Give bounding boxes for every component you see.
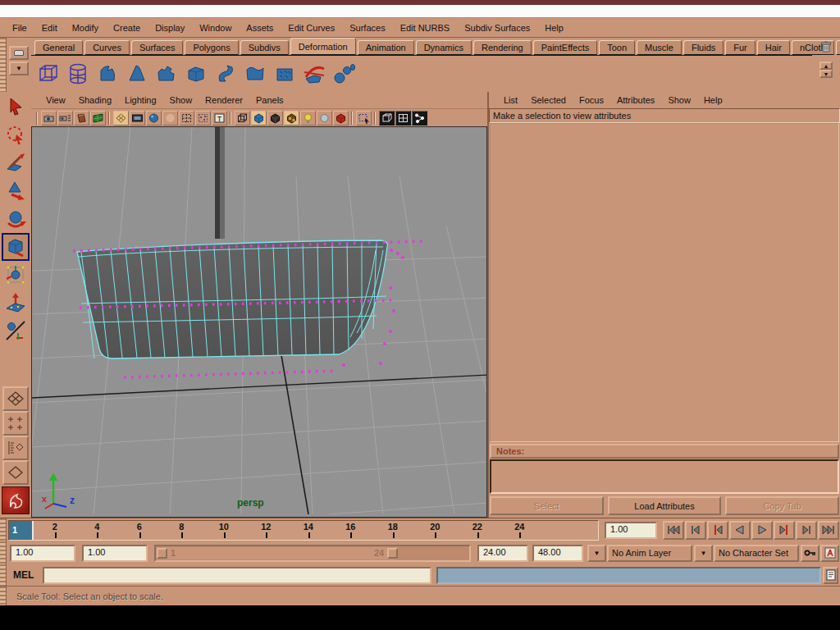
menu-item[interactable]: Modify (65, 21, 106, 35)
auto-keyframe-icon[interactable] (820, 545, 839, 562)
default-material-icon[interactable] (162, 111, 178, 126)
shelf-tab[interactable]: Rendering (473, 40, 532, 55)
soft-mod-tool[interactable] (2, 289, 30, 317)
set-key-icon[interactable] (801, 545, 819, 562)
playback-start-field[interactable]: 1.00 (82, 545, 148, 562)
viewport-menu-item[interactable]: Lighting (118, 94, 163, 107)
use-lights-icon[interactable] (300, 111, 316, 126)
texture-display-icon[interactable]: T (212, 111, 227, 126)
single-pane-layout[interactable] (2, 386, 29, 411)
wave-icon[interactable] (241, 60, 269, 88)
time-slider-strip[interactable]: 1 24681012141618202224 (8, 520, 599, 541)
time-tick[interactable]: 18 (372, 521, 414, 540)
bookmark-icon[interactable] (74, 111, 89, 126)
animation-start-field[interactable]: 1.00 (10, 545, 75, 562)
four-pane-layout[interactable] (2, 411, 29, 436)
single-persp-layout[interactable] (2, 460, 29, 485)
shelf-tab[interactable]: General (34, 40, 83, 55)
animation-end-field[interactable]: 48.00 (532, 545, 583, 562)
command-line-label[interactable]: MEL (7, 569, 43, 581)
flat-shade-icon[interactable] (267, 111, 283, 126)
show-manipulator-tool[interactable] (2, 317, 30, 345)
shelf-tab[interactable]: Muscle (637, 40, 682, 55)
current-time-field[interactable]: 1.00 (605, 522, 657, 539)
use-all-lights-icon[interactable] (333, 111, 349, 126)
shelf-grip[interactable] (0, 38, 7, 92)
attribute-editor-menu-item[interactable]: Focus (573, 94, 610, 107)
wireframe-mode-icon[interactable] (235, 111, 250, 126)
viewport-menu-item[interactable]: Renderer (199, 94, 249, 107)
time-slider-grip[interactable] (0, 518, 7, 541)
attribute-editor-button[interactable]: Copy Tab (725, 496, 839, 515)
shelf-tab[interactable]: PaintEffects (533, 40, 598, 55)
shelf-scroll-up-icon[interactable]: ▲ (819, 62, 833, 70)
menu-item[interactable]: File (5, 21, 34, 35)
step-forward-key-button[interactable] (774, 521, 795, 540)
attribute-editor-menu-item[interactable]: Attributes (610, 94, 661, 107)
shelf-tab[interactable]: Hair (757, 40, 790, 55)
shelf-tab-toggle-button[interactable] (9, 46, 29, 60)
time-tick[interactable]: 14 (287, 521, 330, 540)
grid-toggle-icon[interactable] (113, 111, 129, 126)
character-set-arrow-icon[interactable]: ▼ (694, 545, 713, 562)
attribute-editor-menu-item[interactable]: List (497, 94, 524, 107)
menu-item[interactable]: Edit (34, 21, 65, 35)
isolate-select-icon[interactable] (356, 111, 372, 126)
shaded-display-icon[interactable] (146, 111, 162, 126)
menu-item[interactable]: Edit Curves (281, 21, 342, 35)
scale-tool[interactable] (2, 233, 30, 261)
menu-item[interactable]: Subdiv Surfaces (457, 21, 537, 35)
viewport-menu-item[interactable]: View (39, 94, 72, 107)
time-tick[interactable]: 10 (203, 521, 245, 540)
shelf-tab[interactable]: Deformation (290, 38, 356, 55)
shelf-tab[interactable]: Fur (725, 40, 756, 55)
shelf-tab[interactable]: Curves (84, 40, 130, 55)
wireframe-on-shaded-icon[interactable] (179, 111, 194, 126)
time-tick[interactable]: 6 (118, 521, 161, 540)
help-line-grip[interactable] (0, 587, 7, 605)
time-tick[interactable]: 4 (76, 521, 119, 540)
time-tick[interactable]: 22 (456, 521, 499, 540)
attribute-editor-menu-item[interactable]: Selected (524, 94, 573, 107)
viewport-canvas[interactable]: x z persp (31, 126, 487, 518)
character-set-field[interactable]: No Character Set (714, 545, 799, 562)
step-back-key-button[interactable] (707, 521, 728, 540)
move-tool[interactable] (2, 177, 30, 205)
shelf-tab[interactable]: Dynamics (416, 40, 472, 55)
range-slider-bar[interactable]: 1 24 (157, 547, 398, 559)
shelf-tab[interactable]: Surfaces (131, 40, 183, 55)
shelf-tab[interactable]: Fluids (683, 40, 724, 55)
smooth-cube-icon[interactable] (182, 60, 210, 88)
high-quality-icon[interactable] (412, 111, 427, 126)
go-to-end-button[interactable] (818, 521, 839, 540)
anim-layer-field[interactable]: No Anim Layer (607, 545, 692, 562)
image-plane-icon[interactable] (90, 111, 106, 126)
outliner-persp-layout[interactable] (2, 436, 29, 460)
lattice-icon[interactable] (34, 60, 62, 88)
lattice-cylinder-icon[interactable] (64, 60, 92, 88)
time-tick[interactable]: 2 (34, 521, 76, 540)
camera-attributes-icon[interactable] (57, 111, 73, 126)
current-frame-marker[interactable]: 1 (9, 521, 34, 540)
play-forward-button[interactable] (751, 521, 773, 540)
viewport-menu-item[interactable]: Show (163, 94, 199, 107)
shelf-tab[interactable]: Toon (599, 40, 635, 55)
step-forward-frame-button[interactable] (796, 521, 817, 540)
jiggle-icon[interactable] (123, 60, 151, 88)
paint-select-tool[interactable] (2, 149, 30, 177)
step-back-frame-button[interactable] (685, 521, 706, 540)
shelf-tab[interactable]: Animation (358, 40, 414, 55)
hypershade-layout[interactable] (2, 486, 30, 514)
time-ticks[interactable]: 24681012141618202224 (34, 521, 541, 540)
range-start-handle[interactable] (157, 548, 167, 559)
viewport-menu-item[interactable]: Shading (72, 94, 118, 107)
lasso-tool[interactable] (2, 121, 30, 149)
camera-icon[interactable] (41, 111, 57, 126)
wire-tool-icon[interactable] (300, 60, 328, 88)
range-end-handle[interactable] (387, 548, 398, 559)
menu-item[interactable]: Surfaces (342, 21, 392, 35)
default-light-icon[interactable] (317, 111, 332, 126)
cluster-icon[interactable] (94, 60, 121, 88)
smooth-shade-icon[interactable] (251, 111, 267, 126)
viewport-menu-item[interactable]: Panels (249, 94, 290, 107)
